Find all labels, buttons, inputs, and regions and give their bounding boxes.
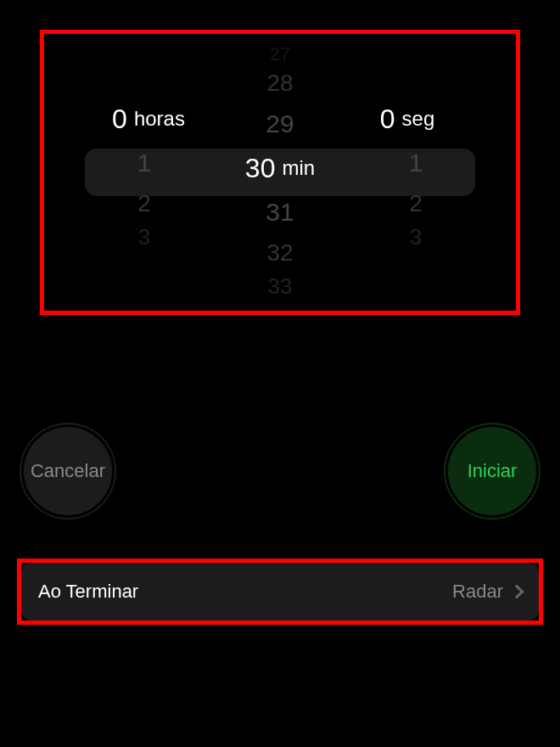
seconds-selected-value: 0 [380,104,395,135]
cancel-button-label: Cancelar [31,460,105,482]
picker-option[interactable]: 3 [410,224,422,250]
cancel-button[interactable]: Cancelar [21,424,115,518]
hours-unit-label: horas [134,107,185,131]
seconds-unit-label: seg [402,107,435,131]
picker-option[interactable]: 3 [138,224,150,250]
start-button-label: Iniciar [468,460,518,482]
picker-option[interactable]: 27 [270,46,290,63]
time-picker[interactable]: 0 horas 1 2 3 27 28 29 30 min [40,30,520,315]
seconds-column[interactable]: 0 seg 1 2 3 [348,30,484,315]
when-timer-ends-row[interactable]: Ao Terminar Radar [21,563,539,621]
hours-selected-value: 0 [112,104,127,135]
minutes-unit-label: min [282,156,315,180]
start-button[interactable]: Iniciar [445,424,539,518]
picker-option[interactable]: 1 [409,143,423,183]
picker-option[interactable]: 2 [137,183,151,224]
picker-option[interactable]: 1 [137,143,152,183]
settings-row-label: Ao Terminar [38,581,138,603]
picker-option[interactable]: 2 [409,183,423,224]
hours-column[interactable]: 0 horas 1 2 3 [76,30,212,315]
minutes-selected-value: 30 [245,153,276,184]
settings-row-value-wrap: Radar [452,581,522,603]
action-buttons-row: Cancelar Iniciar [0,424,560,518]
picker-option[interactable]: 31 [266,192,294,233]
picker-option[interactable]: 33 [268,273,293,299]
picker-option[interactable]: 29 [266,104,294,144]
picker-option[interactable]: 32 [266,233,293,273]
picker-option[interactable]: 28 [266,63,293,104]
settings-row-value: Radar [452,581,503,603]
chevron-right-icon [510,585,524,599]
minutes-column[interactable]: 27 28 29 30 min 31 32 33 [212,30,348,315]
